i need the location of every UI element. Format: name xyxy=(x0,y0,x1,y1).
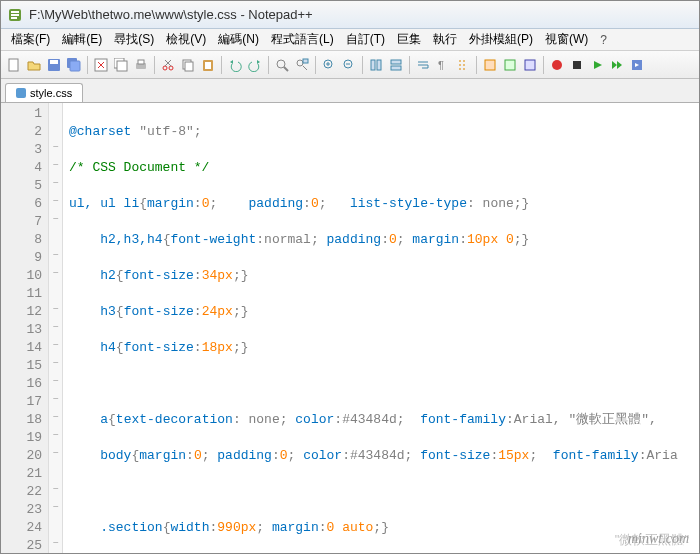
sync-h-button[interactable] xyxy=(387,56,405,74)
svg-rect-21 xyxy=(185,62,193,71)
menu-settings[interactable]: 自訂(T) xyxy=(340,29,391,50)
menu-encoding[interactable]: 編碼(N) xyxy=(212,29,265,50)
replace-button[interactable] xyxy=(293,56,311,74)
save-all-button[interactable] xyxy=(65,56,83,74)
svg-point-26 xyxy=(297,60,303,66)
close-button[interactable] xyxy=(92,56,110,74)
svg-point-17 xyxy=(169,66,173,70)
print-button[interactable] xyxy=(132,56,150,74)
toolbar-separator xyxy=(409,56,410,74)
toolbar-separator xyxy=(362,56,363,74)
tab-stylecss[interactable]: style.css xyxy=(5,83,83,102)
svg-rect-34 xyxy=(377,60,381,70)
menu-language[interactable]: 程式語言(L) xyxy=(265,29,340,50)
svg-rect-23 xyxy=(205,62,211,69)
svg-rect-15 xyxy=(138,60,144,64)
svg-rect-1 xyxy=(11,11,19,13)
zoom-out-button[interactable] xyxy=(340,56,358,74)
svg-rect-6 xyxy=(50,60,58,64)
menu-view[interactable]: 檢視(V) xyxy=(160,29,212,50)
toolbar-separator xyxy=(476,56,477,74)
svg-rect-8 xyxy=(70,61,80,71)
app-icon xyxy=(7,7,23,23)
macro-play-multi-button[interactable] xyxy=(608,56,626,74)
toolbar-separator xyxy=(315,56,316,74)
macro-save-button[interactable] xyxy=(628,56,646,74)
menu-file[interactable]: 檔案(F) xyxy=(5,29,56,50)
find-button[interactable] xyxy=(273,56,291,74)
svg-line-25 xyxy=(284,67,288,71)
new-file-button[interactable] xyxy=(5,56,23,74)
zoom-in-button[interactable] xyxy=(320,56,338,74)
title-bar: F:\MyWeb\thetwo.me\www\style.css - Notep… xyxy=(1,1,699,29)
svg-rect-33 xyxy=(371,60,375,70)
toolbar-separator xyxy=(154,56,155,74)
lang-button[interactable] xyxy=(481,56,499,74)
menu-plugins[interactable]: 外掛模組(P) xyxy=(463,29,539,50)
fold-gutter: −−−−−−−−−−−−−−−−−−− xyxy=(49,103,63,554)
svg-rect-43 xyxy=(505,60,515,70)
toolbar-separator xyxy=(221,56,222,74)
menu-edit[interactable]: 編輯(E) xyxy=(56,29,108,50)
svg-rect-35 xyxy=(391,60,401,64)
macro-play-button[interactable] xyxy=(588,56,606,74)
indent-guide-button[interactable] xyxy=(454,56,472,74)
sync-v-button[interactable] xyxy=(367,56,385,74)
svg-rect-42 xyxy=(485,60,495,70)
menu-help[interactable]: ? xyxy=(594,31,613,49)
svg-rect-46 xyxy=(573,61,581,69)
toolbar-separator xyxy=(543,56,544,74)
menu-window[interactable]: 視窗(W) xyxy=(539,29,594,50)
open-file-button[interactable] xyxy=(25,56,43,74)
line-number-gutter: 1234567891011121314151617181920212223242… xyxy=(1,103,49,554)
svg-point-45 xyxy=(552,60,562,70)
toolbar-separator xyxy=(268,56,269,74)
macro-stop-button[interactable] xyxy=(568,56,586,74)
svg-rect-2 xyxy=(11,14,19,16)
menu-search[interactable]: 尋找(S) xyxy=(108,29,160,50)
menu-macro[interactable]: 巨集 xyxy=(391,29,427,50)
tab-bar: style.css xyxy=(1,79,699,103)
paste-button[interactable] xyxy=(199,56,217,74)
file-icon xyxy=(16,88,26,98)
code-area[interactable]: @charset "utf-8"; /* CSS Document */ ul,… xyxy=(63,103,699,554)
editor[interactable]: 1234567891011121314151617181920212223242… xyxy=(1,103,699,554)
toolbar: ¶ xyxy=(1,51,699,79)
menu-bar: 檔案(F) 編輯(E) 尋找(S) 檢視(V) 編碼(N) 程式語言(L) 自訂… xyxy=(1,29,699,51)
show-all-chars-button[interactable]: ¶ xyxy=(434,56,452,74)
svg-rect-3 xyxy=(11,17,17,19)
window-title: F:\MyWeb\thetwo.me\www\style.css - Notep… xyxy=(29,7,313,22)
redo-button[interactable] xyxy=(246,56,264,74)
cut-button[interactable] xyxy=(159,56,177,74)
save-button[interactable] xyxy=(45,56,63,74)
copy-button[interactable] xyxy=(179,56,197,74)
menu-run[interactable]: 執行 xyxy=(427,29,463,50)
svg-rect-36 xyxy=(391,66,401,70)
svg-rect-44 xyxy=(525,60,535,70)
macro-record-button[interactable] xyxy=(548,56,566,74)
svg-point-24 xyxy=(277,60,285,68)
svg-rect-4 xyxy=(9,59,18,71)
svg-rect-13 xyxy=(117,61,127,71)
doc-map-button[interactable] xyxy=(501,56,519,74)
tab-label: style.css xyxy=(30,87,72,99)
close-all-button[interactable] xyxy=(112,56,130,74)
svg-text:¶: ¶ xyxy=(438,59,444,71)
undo-button[interactable] xyxy=(226,56,244,74)
func-list-button[interactable] xyxy=(521,56,539,74)
svg-point-16 xyxy=(163,66,167,70)
wrap-button[interactable] xyxy=(414,56,432,74)
toolbar-separator xyxy=(87,56,88,74)
svg-rect-27 xyxy=(303,59,308,63)
